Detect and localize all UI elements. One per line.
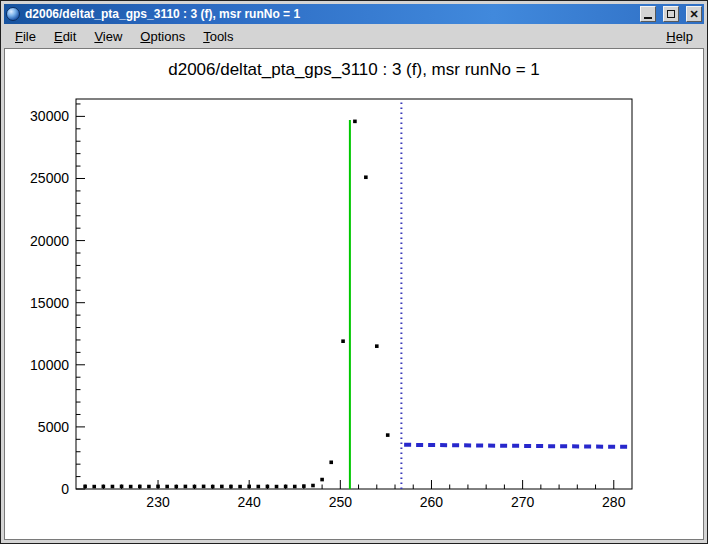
svg-text:270: 270 [511, 494, 535, 510]
menu-help[interactable]: Help [657, 26, 702, 47]
chart-title: d2006/deltat_pta_gps_3110 : 3 (f), msr r… [168, 60, 540, 79]
window-title: d2006/deltat_pta_gps_3110 : 3 (f), msr r… [25, 4, 633, 24]
svg-text:280: 280 [602, 494, 626, 510]
titlebar[interactable]: d2006/deltat_pta_gps_3110 : 3 (f), msr r… [4, 4, 704, 24]
svg-text:0: 0 [61, 481, 69, 497]
background-level-line [404, 445, 629, 447]
minimize-button[interactable] [640, 6, 656, 22]
svg-text:10000: 10000 [30, 357, 69, 373]
annotations [350, 99, 401, 489]
svg-text:260: 260 [420, 494, 444, 510]
menu-options[interactable]: Options [131, 26, 194, 47]
svg-text:250: 250 [329, 494, 353, 510]
svg-text:20000: 20000 [30, 233, 69, 249]
raw-histogram-points [83, 120, 389, 489]
app-window: d2006/deltat_pta_gps_3110 : 3 (f), msr r… [0, 0, 708, 544]
plot-svg[interactable]: 2302402502602702800500010000150002000025… [5, 49, 703, 539]
svg-text:25000: 25000 [30, 170, 69, 186]
close-icon: ✕ [689, 9, 698, 20]
svg-text:5000: 5000 [38, 419, 69, 435]
plot-canvas[interactable]: 2302402502602702800500010000150002000025… [4, 48, 704, 540]
y-axis: 050001000015000200002500030000 [30, 104, 85, 497]
maximize-button[interactable] [663, 6, 679, 22]
svg-text:15000: 15000 [30, 295, 69, 311]
maximize-icon [667, 10, 675, 18]
menubar: File Edit View Options Tools Help [4, 24, 704, 48]
menu-edit[interactable]: Edit [45, 26, 85, 47]
svg-text:240: 240 [238, 494, 262, 510]
menu-file[interactable]: File [6, 26, 45, 47]
menu-tools[interactable]: Tools [194, 26, 242, 47]
minimize-icon [644, 17, 652, 19]
app-icon [6, 7, 20, 21]
svg-text:30000: 30000 [30, 108, 69, 124]
menu-view[interactable]: View [85, 26, 131, 47]
close-button[interactable]: ✕ [686, 6, 702, 22]
svg-text:230: 230 [146, 494, 170, 510]
x-axis: 230240250260270280 [85, 480, 626, 510]
plot-frame [76, 99, 632, 489]
